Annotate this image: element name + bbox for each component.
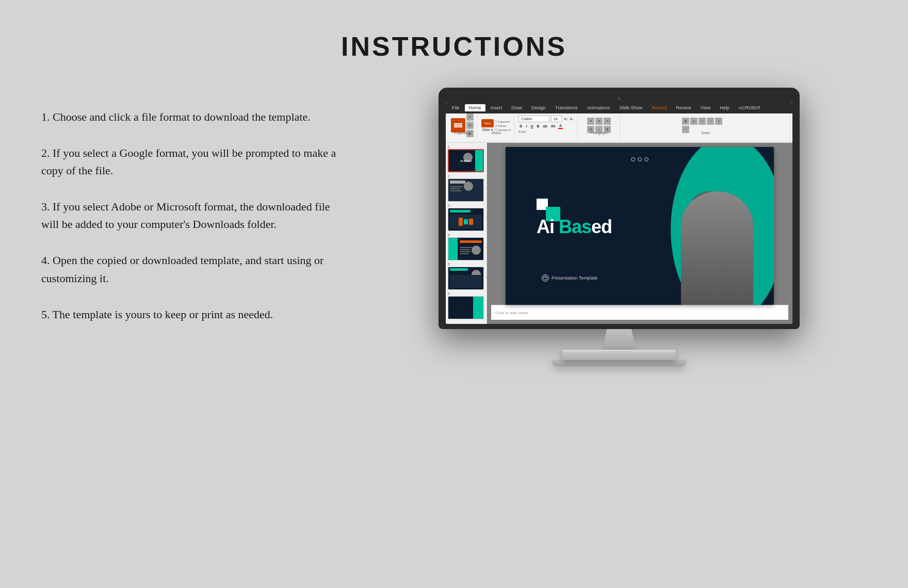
align-left-icon[interactable]: ≡ (587, 118, 594, 125)
slides-icons: New Slide ▾ ☐ Layout ▾ ↺ Reset ☐ Section… (481, 121, 511, 130)
tab-insert[interactable]: Insert (487, 104, 507, 111)
slide-preview-4[interactable] (448, 237, 484, 260)
thumb-content-6 (448, 297, 483, 319)
slide-thumb-5[interactable]: 5 ★ (448, 263, 484, 290)
slide-num-6: 6 (448, 292, 484, 296)
clipboard-icons: ✂ ⎘ 🖌 (451, 121, 474, 130)
instructions-list: 1. Choose and click a file format to dow… (41, 93, 340, 342)
slide-preview-3[interactable] (448, 208, 484, 231)
slide-thumb-1[interactable]: 1 Ai Based (448, 145, 484, 172)
paste-button[interactable] (451, 118, 465, 133)
slide-subtitle: Presentation Template (542, 274, 597, 282)
drawing-label: Draw (701, 131, 709, 135)
clipboard-label: Clipboard (455, 131, 470, 135)
paragraph-label: Paragraph (591, 131, 608, 135)
font-label: Font (518, 130, 574, 134)
font-color-button[interactable]: A (558, 123, 563, 129)
instruction-text-4: 4. Open the copied or downloaded templat… (41, 252, 340, 287)
shape-icon[interactable]: ▷ (690, 118, 698, 125)
instruction-text-3: 3. If you select Adobe or Microsoft form… (41, 198, 340, 233)
thumb-content-1: Ai Based (449, 150, 483, 171)
content-area: 1. Choose and click a file format to dow… (0, 83, 908, 366)
slide-area: 1 Ai Based (446, 143, 792, 324)
tab-slideshow[interactable]: Slide Show (615, 104, 646, 111)
tab-review[interactable]: Review (672, 104, 695, 111)
paragraph-icons: ≡ ≡ ≡ ⊟ ↕ ⊕ (587, 121, 611, 130)
page-header: INSTRUCTIONS (0, 0, 908, 83)
paragraph-group: ≡ ≡ ≡ ⊟ ↕ ⊕ (579, 115, 620, 141)
thumb-content-4 (448, 238, 483, 260)
tab-draw[interactable]: Draw (507, 104, 526, 111)
tab-help[interactable]: Help (716, 104, 734, 111)
strikethrough-button[interactable]: S̶ (536, 124, 540, 129)
clipboard-group: ✂ ⎘ 🖌 Clipboard (448, 115, 477, 141)
drawing-icons: ⊞ ▷ □ ○ ╲ → (682, 121, 728, 130)
font-shrink-icon[interactable]: A↓ (570, 117, 574, 121)
arrow-icon[interactable]: → (682, 126, 689, 133)
instruction-item-1: 1. Choose and click a file format to dow… (41, 108, 340, 126)
slide-canvas: Ai Based (506, 147, 774, 305)
slide-thumb-4[interactable]: 4 ★ (448, 233, 484, 260)
monitor-base-bottom (552, 360, 686, 366)
thumb-person-2 (464, 182, 473, 191)
font-row-1: Calibri 18 A↑ A↓ (518, 116, 574, 122)
tab-file[interactable]: File (448, 104, 464, 111)
line-icon[interactable]: ╲ (715, 118, 722, 125)
tab-animations[interactable]: Animations (583, 104, 614, 111)
tab-transitions[interactable]: Transitions (551, 104, 582, 111)
slides-label: Slides (491, 131, 501, 135)
shadow-button[interactable]: ab (542, 124, 548, 128)
thumb-accent-1 (475, 150, 483, 171)
slide-num-1: 1 (448, 145, 484, 149)
clock-icon (542, 274, 549, 282)
slide-thumb-3[interactable]: 3 ★ (448, 204, 484, 231)
slide-preview-5[interactable] (448, 267, 484, 290)
slide-preview-1[interactable]: Ai Based (448, 149, 484, 172)
bold-button[interactable]: B (518, 124, 523, 128)
slide-title-highlight: Bas (559, 216, 591, 237)
slide-num-2: 2 ★ (448, 174, 484, 178)
thumb-content-5 (448, 267, 483, 289)
tab-design[interactable]: Design (527, 104, 550, 111)
slide-thumb-6[interactable]: 6 (448, 292, 484, 319)
font-name-input[interactable]: Calibri (518, 116, 549, 122)
thumb-title-1: Ai Based (460, 159, 471, 162)
tab-acrobat[interactable]: ACROBAT (735, 104, 765, 111)
copy-icon[interactable]: ⎘ (466, 122, 474, 129)
page-title: INSTRUCTIONS (0, 31, 908, 62)
slide-subtitle-text: Presentation Template (552, 275, 597, 281)
dot-2 (638, 157, 642, 161)
rect-icon[interactable]: □ (699, 118, 706, 125)
char-spacing-button[interactable]: AV (550, 124, 557, 128)
slides-panel: 1 Ai Based (446, 143, 487, 324)
tab-home[interactable]: Home (465, 104, 485, 111)
underline-button[interactable]: U (529, 124, 534, 128)
italic-button[interactable]: I (525, 124, 528, 128)
slide-person (676, 186, 758, 305)
tab-view[interactable]: View (696, 104, 715, 111)
font-grow-icon[interactable]: A↑ (564, 117, 568, 121)
font-row-2: B I U S̶ ab AV A (518, 123, 574, 129)
monitor-base (562, 350, 676, 360)
monitor-neck (598, 329, 640, 350)
arrange-icon[interactable]: ⊞ (682, 118, 689, 125)
font-size-input[interactable]: 18 (551, 116, 562, 122)
align-center-icon[interactable]: ≡ (595, 118, 603, 125)
monitor-illustration: File Home Insert Draw Design Transitions… (371, 88, 867, 366)
monitor-screen: File Home Insert Draw Design Transitions… (446, 102, 792, 324)
cut-icon[interactable]: ✂ (466, 113, 474, 121)
notes-placeholder: Click to add notes (495, 311, 528, 315)
align-right-icon[interactable]: ≡ (604, 118, 611, 125)
slide-num-4: 4 ★ (448, 233, 484, 237)
slide-preview-6[interactable] (448, 296, 484, 319)
shape2-icon[interactable]: ○ (707, 118, 714, 125)
tab-record[interactable]: Record (647, 104, 671, 111)
slide-thumb-2[interactable]: 2 ★ (448, 174, 484, 202)
thumb-person-4 (472, 246, 481, 255)
monitor-bezel (446, 95, 792, 102)
instruction-item-5: 5. The template is yours to keep or prin… (41, 306, 340, 323)
slides-group: New Slide ▾ ☐ Layout ▾ ↺ Reset ☐ Section… (478, 115, 514, 141)
slide-preview-2[interactable] (448, 178, 484, 202)
instruction-item-4: 4. Open the copied or downloaded templat… (41, 252, 340, 287)
slide-num-3: 3 ★ (448, 204, 484, 207)
